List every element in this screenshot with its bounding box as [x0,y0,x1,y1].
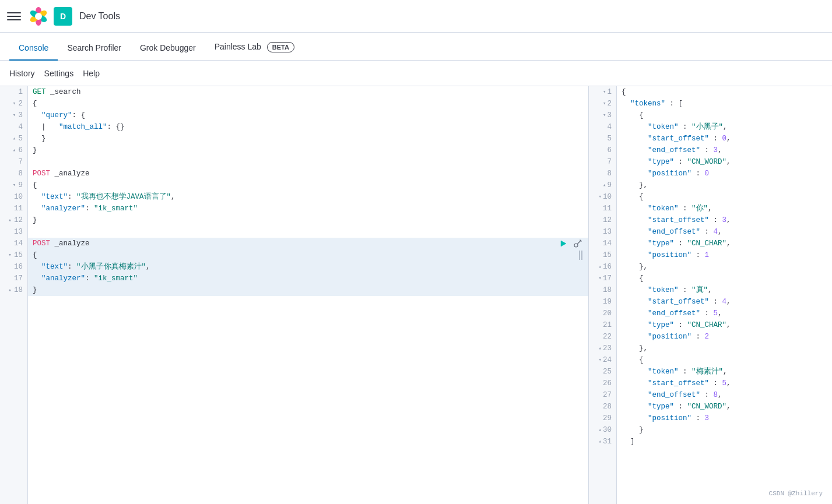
elastic-logo [28,6,49,27]
output-code-area: { "tokens" : [ { "token" : "小黑子", "start… [617,86,832,504]
output-line-29: "position" : 3 [622,413,832,424]
settings-button[interactable]: Settings [44,69,74,78]
output-line-numbers: ▾1 ▾2 ▾3 4 5 6 7 8 ▴9 ▾10 11 12 13 14 15… [589,86,617,504]
line-num-12: ▴12 [0,214,27,226]
line-num-4: 4 [0,121,27,133]
output-line-21: "type" : "CN_CHAR", [622,319,832,331]
line-num-13: 13 [0,226,27,238]
output-line-6: "end_offset" : 3, [622,144,832,156]
output-line-13: "end_offset" : 4, [622,226,832,238]
output-line-28: "type" : "CN_WORD", [622,401,832,413]
output-line-12: "start_offset" : 3, [622,214,832,226]
code-line-13 [28,226,588,238]
code-line-3: "query": { [28,110,588,121]
tab-console[interactable]: Console [9,36,58,61]
code-line-1: GET _search [28,86,588,98]
code-line-16: "text": "小黑子你真梅素汁", [28,261,588,273]
line-num-10: 10 [0,191,27,203]
line-num-11: 11 [0,203,27,214]
toolbar: History Settings Help [0,61,832,86]
output-line-20: "end_offset" : 5, [622,308,832,319]
line-num-3: ▾3 [0,110,27,121]
history-button[interactable]: History [9,69,35,78]
code-line-14: POST _analyze [28,238,588,249]
code-line-17: "analyzer": "ik_smart" [28,273,588,284]
code-line-6: } [28,144,588,156]
output-line-26: "start_offset" : 5, [622,378,832,389]
tab-painless-lab[interactable]: Painless Lab BETA [205,35,304,61]
code-line-15: { ‖ [28,249,588,261]
output-line-17: { [622,273,832,284]
svg-line-9 [578,241,581,244]
run-icon[interactable] [557,238,568,249]
tab-search-profiler[interactable]: Search Profiler [58,36,131,61]
output-line-31: ] [622,436,832,447]
output-line-1: { [622,86,832,98]
output-line-22: "position" : 2 [622,331,832,343]
line-num-16: 16 [0,261,27,273]
line-num-14: 14 [0,238,27,249]
beta-badge: BETA [267,42,294,52]
output-line-25: "token" : "梅素汁", [622,366,832,378]
code-line-2: { [28,98,588,110]
code-line-11: "analyzer": "ik_smart" [28,203,588,214]
tools-icon[interactable] [572,238,584,249]
line-num-17: 17 [0,273,27,284]
line-num-18: ▴18 [0,284,27,296]
menu-icon[interactable] [7,9,21,23]
code-line-4: | "match_all": {} [28,121,588,133]
output-line-4: "token" : "小黑子", [622,121,832,133]
output-line-2: "tokens" : [ [622,98,832,110]
output-line-23: }, [622,343,832,354]
output-line-8: "position" : 0 [622,168,832,179]
editor-line-numbers: 1 ▾2 ▾3 4 ▴5 ▴6 7 8 ▾9 10 11 ▴12 13 14 ▾… [0,86,28,504]
code-line-18: } [28,284,588,296]
output-line-19: "start_offset" : 4, [622,296,832,308]
output-line-14: "type" : "CN_CHAR", [622,238,832,249]
watermark: CSDN @Zhillery [769,488,823,499]
output-line-5: "start_offset" : 0, [622,133,832,144]
nav-tabs: Console Search Profiler Grok Debugger Pa… [0,33,832,61]
line-num-8: 8 [0,168,27,179]
line-num-2: ▾2 [0,98,27,110]
line-num-6: ▴6 [0,144,27,156]
output-line-27: "end_offset" : 8, [622,389,832,401]
output-panel: ▾1 ▾2 ▾3 4 5 6 7 8 ▴9 ▾10 11 12 13 14 15… [589,86,832,504]
line-num-1: 1 [0,86,27,98]
output-line-24: { [622,354,832,366]
user-avatar[interactable]: D [54,7,72,26]
code-line-5: } [28,133,588,144]
output-line-16: }, [622,261,832,273]
output-line-15: "position" : 1 [622,249,832,261]
code-line-12: } [28,214,588,226]
output-line-3: { [622,110,832,121]
line-num-9: ▾9 [0,179,27,191]
output-line-7: "type" : "CN_WORD", [622,156,832,168]
code-line-7 [28,156,588,168]
output-line-9: }, [622,179,832,191]
editor-panel: 1 ▾2 ▾3 4 ▴5 ▴6 7 8 ▾9 10 11 ▴12 13 14 ▾… [0,86,589,504]
help-button[interactable]: Help [83,69,100,78]
svg-point-7 [35,13,42,20]
line-num-5: ▴5 [0,133,27,144]
app-title: Dev Tools [79,11,120,22]
code-line-10: "text": "我再也不想学JAVA语言了", [28,191,588,203]
output-line-10: { [622,191,832,203]
action-icons [557,238,584,249]
tab-grok-debugger[interactable]: Grok Debugger [131,36,205,61]
output-line-18: "token" : "真", [622,284,832,296]
line-num-7: 7 [0,156,27,168]
output-line-11: "token" : "你", [622,203,832,214]
top-bar: D Dev Tools [0,0,832,33]
main-area: 1 ▾2 ▾3 4 ▴5 ▴6 7 8 ▾9 10 11 ▴12 13 14 ▾… [0,86,832,504]
code-line-8: POST _analyze [28,168,588,179]
code-line-9: { [28,179,588,191]
editor-code-area[interactable]: GET _search { "query": { | "match_all": … [28,86,588,504]
output-line-30: } [622,424,832,436]
line-num-15: ▾15 [0,249,27,261]
